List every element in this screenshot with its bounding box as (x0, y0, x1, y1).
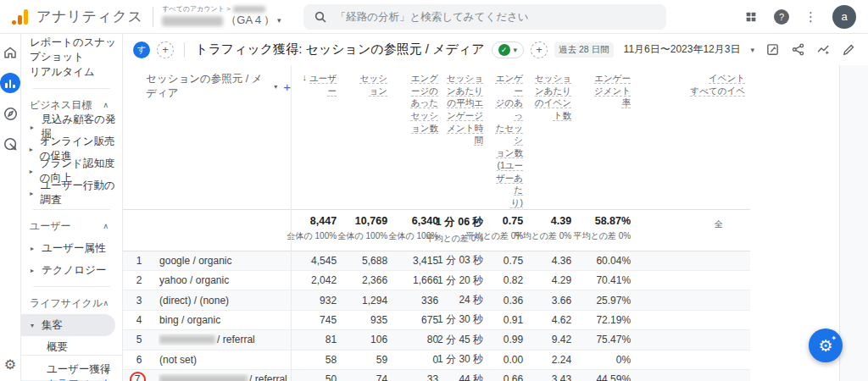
right-gutter (839, 65, 868, 381)
comparison-chip[interactable]: す (133, 41, 150, 58)
column-header-events[interactable]: イベント すべてのイベ (636, 72, 750, 97)
row-number: 7 (135, 373, 141, 381)
insights-fab-button[interactable]: ⚙ ✦ (809, 329, 843, 362)
avatar[interactable]: a (832, 5, 856, 29)
column-header-events-per-session[interactable]: セッショ ンあたり のイベン ト数 (528, 72, 576, 122)
source-medium: bing / organic (159, 314, 220, 326)
table-row: 6 (not set) 58 59 0 1 分 30 秒 0.00 2.24 0… (123, 351, 750, 370)
expand-arrow-icon: ▸ (28, 245, 36, 252)
nav-technology[interactable]: ▸ テクノロジー (21, 259, 122, 281)
nav-user-behavior[interactable]: ▸ ユーザー行動の調査 (21, 182, 122, 204)
row-number: 6 (136, 354, 142, 366)
chevron-down-icon: ▾ (274, 83, 277, 91)
redacted-source (159, 335, 215, 344)
table-row: 1 google / organic 4,545 5,688 3,415 1 分… (123, 251, 750, 271)
chevron-up-icon: ∧ (103, 222, 109, 230)
chevron-up-icon: ∧ (103, 299, 109, 307)
account-switcher[interactable]: すべてのアカウント > （GA４） ▾ (162, 5, 281, 27)
expand-arrow-icon: ▸ (28, 168, 35, 175)
chevron-up-icon: ∧ (103, 101, 109, 109)
divider (33, 209, 110, 210)
row-number: 3 (136, 295, 142, 306)
table-row: 3 (direct) / (none) 932 1,294 336 24 秒 0… (123, 290, 750, 310)
apps-grid-icon[interactable] (743, 9, 759, 25)
collapse-nav-icon[interactable]: ‹ (104, 362, 108, 376)
navigation-rail: ⚙ (0, 34, 21, 381)
column-header-users[interactable]: ↓ ユーザ ー (291, 72, 342, 97)
report-builder-icon[interactable] (765, 42, 780, 58)
row-number: 1 (136, 255, 142, 267)
search-input[interactable] (336, 11, 656, 23)
advertising-icon[interactable] (0, 134, 20, 154)
divider (153, 7, 153, 27)
date-range-badge: 過去 28 日間 (554, 42, 614, 58)
reports-icon[interactable] (0, 73, 20, 93)
divider (21, 355, 122, 356)
table-header-row: セッションの参照元 / メディア ▾ + ↓ ユーザ ー セッシ ョン エング … (123, 65, 750, 209)
analytics-logo-icon (12, 9, 28, 25)
collapse-arrow-icon: ▾ (28, 322, 36, 329)
admin-gear-icon[interactable]: ⚙ (4, 356, 16, 373)
expand-arrow-icon: ▸ (28, 146, 35, 153)
row-number: 5 (136, 334, 142, 345)
expand-arrow-icon: ▸ (28, 124, 36, 131)
date-range-value[interactable]: 11月6日〜2023年12月3日 (624, 42, 741, 57)
column-header-engaged-sessions-per-user[interactable]: エンゲー ジのあっ たセッシ ョン数 (1ユー ザーあた り) (488, 72, 528, 209)
home-icon[interactable] (0, 42, 20, 63)
add-dimension-button[interactable]: + (283, 80, 291, 94)
chevron-down-icon: ▾ (514, 46, 518, 54)
report-status-dropdown[interactable]: ✓ ▾ (492, 41, 525, 58)
table-totals-row: 8,447全体の 100% 10,769全体の 100% 6,340全体の 10… (123, 209, 750, 251)
add-metric-button[interactable]: + (531, 41, 548, 58)
property-suffix: （GA４） (225, 14, 275, 27)
column-divider (291, 65, 292, 381)
add-comparison-button[interactable]: + (157, 41, 174, 58)
chevron-down-icon: ▾ (277, 16, 281, 25)
search-bar[interactable] (303, 4, 666, 30)
traffic-acquisition-table: セッションの参照元 / メディア ▾ + ↓ ユーザ ー セッシ ョン エング … (123, 65, 750, 381)
source-medium: (not set) (159, 354, 197, 366)
dimension-header-dropdown[interactable]: セッションの参照元 / メディア ▾ + (123, 72, 291, 101)
table-row: 4 bing / organic 745 935 675 1 分 30 秒 0.… (123, 311, 750, 330)
check-icon: ✓ (498, 44, 510, 56)
column-header-sessions[interactable]: セッシ ョン (342, 72, 392, 97)
redacted-property-name (162, 16, 223, 26)
nav-section-lifecycle[interactable]: ライフサイクル ∧ (21, 292, 122, 314)
nav-report-snapshot[interactable]: レポートのスナップショット (21, 39, 122, 61)
nav-user-attributes[interactable]: ▸ ユーザー属性 (21, 237, 122, 259)
source-medium: yahoo / organic (159, 274, 229, 286)
source-medium: / referral (249, 373, 287, 381)
column-header-engagement-rate[interactable]: エンゲー ジメント 率 (576, 72, 636, 109)
insights-icon[interactable] (815, 42, 831, 58)
column-header-avg-engagement-time[interactable]: セッショ ンあたり の平均エ ンゲージ メント時 間 (443, 72, 488, 146)
account-path-label: すべてのアカウント > (162, 5, 231, 14)
annotation-circle: 7 (130, 372, 146, 381)
expand-arrow-icon: ▸ (28, 190, 36, 197)
share-icon[interactable] (790, 42, 805, 58)
divider (33, 88, 110, 89)
row-number: 2 (136, 274, 142, 286)
divider (184, 42, 185, 58)
explore-icon[interactable] (0, 103, 20, 124)
top-app-bar: アナリティクス すべてのアカウント > （GA４） ▾ ? ⋮ a (0, 0, 868, 34)
column-header-engaged-sessions[interactable]: エング ージの あった セッシ ョン数 (392, 72, 443, 134)
expand-arrow-icon: ▸ (28, 267, 36, 274)
table-row: 5 / referral 81 106 80 2 分 45 秒 0.99 9.4… (123, 330, 750, 350)
sparkle-icon: ✦ (831, 334, 837, 342)
nav-section-user[interactable]: ユーザー ∧ (21, 215, 122, 237)
product-name: アナリティクス (36, 7, 142, 26)
page-title: トラフィック獲得: セッションの参照元 / メディア (195, 41, 484, 58)
sort-descending-icon: ↓ (303, 72, 308, 97)
report-body: セッションの参照元 / メディア ▾ + ↓ ユーザ ー セッシ ョン エング … (123, 65, 868, 381)
redacted-source (159, 375, 248, 381)
table-row: 7 / referral 50 74 33 44 秒 0.66 3.43 44.… (123, 370, 750, 381)
chevron-down-icon[interactable]: ▾ (750, 46, 754, 54)
nav-acquisition[interactable]: ▾ 集客 (21, 314, 115, 336)
overflow-menu-icon[interactable]: ⋮ (804, 9, 817, 25)
report-header: す + トラフィック獲得: セッションの参照元 / メディア ✓ ▾ + 過去 … (123, 34, 868, 65)
source-medium: google / organic (159, 255, 231, 267)
report-navigation: レポートのスナップショット リアルタイム ビジネス目標 ∧ ▸ 見込み顧客の発掘… (21, 34, 123, 381)
edit-pencil-icon[interactable] (841, 42, 856, 58)
help-icon[interactable]: ? (774, 9, 789, 25)
table-row: 2 yahoo / organic 2,042 2,366 1,666 1 分 … (123, 271, 750, 290)
